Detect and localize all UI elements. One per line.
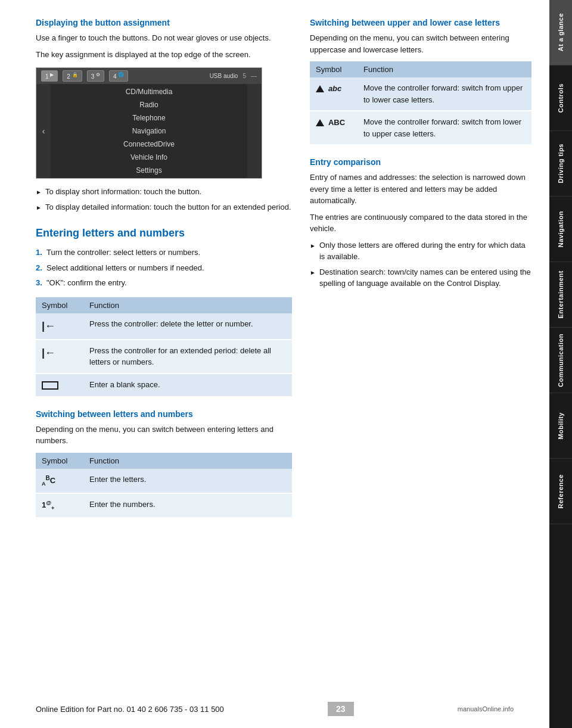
sidebar-label-7: Reference [557, 474, 564, 509]
step-2: 2. Select additional letters or numbers … [36, 262, 292, 274]
tri-ABC-function: Move the controller forward: switch from… [358, 111, 531, 145]
sidebar-label-4: Entertainment [557, 270, 564, 318]
displaying-p2: The key assignment is displayed at the t… [36, 49, 292, 61]
abc-lower-label: abc [328, 84, 341, 93]
screen-btn-3[interactable]: 3 ⚙ [87, 70, 104, 82]
entry-comparison-title: Entry comparison [310, 157, 531, 167]
footer-logo-text: manualsOnline.info [458, 705, 514, 713]
bullet-text-1: To display short information: touch the … [45, 186, 201, 198]
switching-letters-p: Depending on the menu, you can switch be… [36, 424, 292, 447]
left-column: Displaying the button assignment Use a f… [36, 18, 292, 692]
sidebar-item-mobility[interactable]: Mobility [549, 393, 572, 459]
page-container: Displaying the button assignment Use a f… [0, 0, 572, 728]
abc-symbol-cell: ABC [36, 469, 83, 493]
function-cell-1: Press the controller: delete the letter … [83, 313, 292, 340]
sidebar: At a glance Controls Driving tips Naviga… [549, 0, 572, 728]
table2-header-function: Function [83, 453, 292, 469]
menu-item-5[interactable]: Vehicle Info [51, 151, 247, 164]
switching-letters-title: Switching between letters and numbers [36, 409, 292, 419]
main-content: Displaying the button assignment Use a f… [0, 0, 549, 728]
bullet-item-2: ► To display detailed information: touch… [36, 201, 292, 213]
tri-ABC-cell: ABC [310, 111, 358, 145]
menu-item-1[interactable]: Radio [51, 98, 247, 111]
screen-nav-left[interactable]: ‹ [36, 84, 51, 178]
sidebar-label-6: Mobility [557, 412, 564, 440]
symbol-cell-1: |← [36, 313, 83, 340]
tri-abc-function: Move the controller forward: switch from… [358, 77, 531, 111]
screen-btn-1[interactable]: 1 ▶ [41, 70, 58, 82]
menu-item-4[interactable]: ConnectedDrive [51, 138, 247, 151]
entry-bullet-arrow-2: ► [310, 268, 316, 277]
entry-p1: Entry of names and addresses: the select… [310, 172, 531, 207]
upper-table-header-function: Function [358, 61, 531, 77]
function-cell-letters: Enter the letters. [83, 469, 292, 493]
right-column: Switching between upper and lower case l… [310, 18, 531, 692]
backspace-icon-1: |← [42, 320, 55, 332]
symbol-table-1: Symbol Function |← Press the controller:… [36, 297, 292, 397]
table2-header-symbol: Symbol [36, 453, 83, 469]
step-text-3: "OK": confirm the entry. [46, 277, 127, 289]
screen-topbar: 1 ▶ 2 🔒 3 ⚙ 4 🌐 USB audio 5 — [36, 68, 262, 84]
menu-item-0[interactable]: CD/Multimedia [51, 85, 247, 98]
displaying-p1: Use a finger to touch the buttons. Do no… [36, 32, 292, 44]
menu-item-3[interactable]: Navigation [51, 125, 247, 138]
table-row: abc Move the controller forward: switch … [310, 77, 531, 111]
table-row: ABC Move the controller forward: switch … [310, 111, 531, 145]
table-row: 1@+ Enter the numbers. [36, 493, 292, 518]
sidebar-label-5: Communication [557, 334, 564, 387]
page-number: 23 [328, 702, 354, 716]
screen-usb-label: USB audio [210, 73, 238, 79]
bullet-arrow-2: ► [36, 203, 42, 212]
entry-bullet-text-2: Destination search: town/city names can … [319, 266, 531, 290]
sidebar-item-at-a-glance[interactable]: At a glance [549, 0, 572, 66]
entering-title: Entering letters and numbers [36, 227, 292, 239]
entry-p2: The entries are continuously compared to… [310, 211, 531, 235]
switching-upper-p: Depending on the menu, you can switch be… [310, 32, 531, 55]
entry-bullet-2: ► Destination search: town/city names ca… [310, 266, 531, 290]
symbol-table-2: Symbol Function ABC Enter the letters. 1… [36, 453, 292, 519]
triangle-up-icon-1 [316, 82, 326, 95]
screen-menu: ‹ CD/Multimedia Radio Telephone Navigati… [36, 84, 262, 178]
table-row: |← Press the controller: delete the lett… [36, 313, 292, 340]
nums-symbol-cell: 1@+ [36, 493, 83, 518]
sidebar-item-entertainment[interactable]: Entertainment [549, 262, 572, 328]
sidebar-label-1: Controls [557, 83, 564, 113]
step-num-1: 1. [36, 247, 46, 259]
space-icon [42, 381, 58, 390]
sidebar-item-navigation[interactable]: Navigation [549, 197, 572, 262]
step-num-3: 3. [36, 277, 46, 289]
backspace-icon-2: |← [42, 347, 55, 359]
sidebar-item-reference[interactable]: Reference [549, 459, 572, 524]
table1-header-symbol: Symbol [36, 297, 83, 313]
function-cell-3: Enter a blank space. [83, 374, 292, 397]
symbol-cell-3 [36, 374, 83, 397]
step-num-2: 2. [36, 262, 46, 274]
abc-icon: ABC [42, 476, 55, 485]
displaying-title: Displaying the button assignment [36, 18, 292, 27]
entry-bullet-1: ► Only those letters are offered during … [310, 239, 531, 263]
footer-text: Online Edition for Part no. 01 40 2 606 … [36, 705, 224, 714]
screen-menu-items: CD/Multimedia Radio Telephone Navigation… [51, 84, 247, 178]
screen-slot5: 5 [243, 73, 246, 79]
step-1: 1. Turn the controller: select letters o… [36, 247, 292, 259]
bullet-text-2: To display detailed information: touch t… [45, 201, 291, 213]
function-cell-2: Press the controller for an extended per… [83, 340, 292, 374]
upper-table: Symbol Function abc Move the controller … [310, 61, 531, 145]
entry-bullet-text-1: Only those letters are offered during th… [319, 239, 531, 263]
bullet-item-1: ► To display short information: touch th… [36, 186, 292, 198]
bullet-arrow-1: ► [36, 188, 42, 197]
menu-item-6[interactable]: Settings [51, 164, 247, 177]
screen-btn-4[interactable]: 4 🌐 [109, 70, 128, 82]
screen-image: 1 ▶ 2 🔒 3 ⚙ 4 🌐 USB audio 5 — ‹ CD/Multi… [36, 67, 262, 179]
sidebar-item-controls[interactable]: Controls [549, 66, 572, 131]
sidebar-label-3: Navigation [557, 211, 564, 247]
screen-btn-2[interactable]: 2 🔒 [63, 70, 82, 82]
sidebar-item-driving-tips[interactable]: Driving tips [549, 131, 572, 197]
sidebar-item-communication[interactable]: Communication [549, 328, 572, 393]
upper-table-header-symbol: Symbol [310, 61, 358, 77]
menu-item-2[interactable]: Telephone [51, 111, 247, 125]
step-text-1: Turn the controller: select letters or n… [46, 247, 200, 259]
numbered-list: 1. Turn the controller: select letters o… [36, 247, 292, 289]
screen-nav-right[interactable] [247, 84, 262, 178]
tri-abc-cell: abc [310, 77, 358, 111]
